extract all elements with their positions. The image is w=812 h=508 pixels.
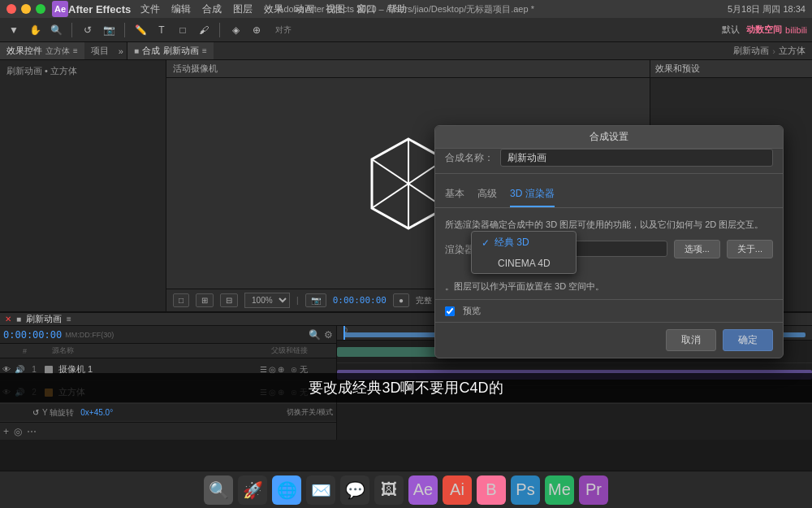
close-comp-icon[interactable]: ✕ xyxy=(5,315,11,323)
dock-finder[interactable]: 🔍 xyxy=(204,475,233,505)
col-hash: # xyxy=(0,347,49,355)
svg-line-3 xyxy=(372,159,408,184)
project-tab-label: 项目 xyxy=(91,45,109,57)
comp-tab-name: 刷新动画 xyxy=(163,45,199,57)
dock-ae[interactable]: Ae xyxy=(408,475,438,505)
hand-tool[interactable]: ✋ xyxy=(26,21,44,39)
dialog-tab-basic[interactable]: 基本 xyxy=(445,187,464,207)
select-tool[interactable]: ▼ xyxy=(5,21,23,39)
preview-label: 预览 xyxy=(463,305,481,317)
safe-zones-btn[interactable]: ⊞ xyxy=(196,293,214,307)
dock-ps[interactable]: Ps xyxy=(511,475,540,505)
col-name: 源名称 xyxy=(49,345,271,356)
subtitle-bar: 要改成经典3D啊不要用C4D的 xyxy=(0,373,812,402)
dock-messages[interactable]: 💬 xyxy=(340,475,369,505)
tl-playhead[interactable] xyxy=(343,326,345,340)
menu-edit[interactable]: 编辑 xyxy=(171,2,191,16)
timeline-menu-icon: ≡ xyxy=(67,315,71,323)
dialog-tab-3d[interactable]: 3D 渲染器 xyxy=(510,187,555,207)
ok-btn[interactable]: 确定 xyxy=(723,329,773,351)
zoom-select[interactable]: 100%50%200% xyxy=(244,293,290,308)
menu-layer[interactable]: 图层 xyxy=(233,2,253,16)
minimize-btn[interactable] xyxy=(21,4,31,14)
window-title: Adobe After Effects 2020 – /Users/jiao/D… xyxy=(278,3,534,15)
menu-comp[interactable]: 合成 xyxy=(202,2,222,16)
brush-tool[interactable]: 🖌 xyxy=(195,21,213,39)
roto-tool[interactable]: ◈ xyxy=(227,21,244,39)
left-panel: 刷新动画 • 立方体 xyxy=(0,60,166,311)
cancel-btn[interactable]: 取消 xyxy=(666,329,716,351)
sep3 xyxy=(219,23,220,37)
close-btn[interactable] xyxy=(6,4,16,14)
breadcrumb-layer: 立方体 xyxy=(779,45,806,57)
dialog-tabs: 基本 高级 3D 渲染器 xyxy=(435,180,783,208)
tl-settings-btn[interactable]: ⚙ xyxy=(324,329,333,341)
color-btn[interactable]: ● xyxy=(393,293,409,307)
camera-btn[interactable]: 📷 xyxy=(305,293,326,307)
rotation-label: Y 轴旋转 xyxy=(42,407,74,419)
comp-name-row: 合成名称： xyxy=(435,149,783,174)
effects-tab-target: 立方体 xyxy=(45,46,70,57)
dock-mail[interactable]: ✉️ xyxy=(306,475,335,505)
tl-controls: 0:00:00:00 MM:DD:FF(30) 🔍 ⚙ xyxy=(0,326,336,344)
tl-add-btn[interactable]: + xyxy=(3,426,9,437)
menu-file[interactable]: 文件 xyxy=(140,2,160,16)
pen-tool[interactable]: ✏️ xyxy=(132,21,149,39)
dock-photos[interactable]: 🖼 xyxy=(374,475,404,505)
toolbar: ▼ ✋ 🔍 ↺ 📷 ✏️ T □ 🖌 ◈ ⊕ 对齐 默认 动数空间 bilibi… xyxy=(0,18,812,42)
layer-color-1 xyxy=(45,366,53,374)
dock-pr[interactable]: Pr xyxy=(579,475,608,505)
preview-checkbox[interactable] xyxy=(445,306,455,316)
grid-btn[interactable]: ⊟ xyxy=(220,293,238,307)
breadcrumb-sep: › xyxy=(772,46,775,56)
camera-tool[interactable]: 📷 xyxy=(100,21,118,39)
puppet-tool[interactable]: ⊕ xyxy=(248,21,266,39)
tl-time-hint: MM:DD:FF(30) xyxy=(65,331,114,339)
zoom-tool[interactable]: 🔍 xyxy=(47,21,65,39)
bilibili-label: bilibili xyxy=(785,25,807,35)
rotation-value[interactable]: 0x+45.0° xyxy=(80,408,113,417)
right-panel-header: 效果和预设 xyxy=(650,60,812,78)
dock-me[interactable]: Me xyxy=(545,475,574,505)
layer-rotation-row: ↺ Y 轴旋转 0x+45.0° 切换开关/模式 xyxy=(0,404,336,422)
tl-timecode[interactable]: 0:00:00:00 xyxy=(3,329,62,341)
effects-tab[interactable]: 效果控件 立方体 ≡ xyxy=(0,42,84,59)
dock-ai[interactable]: Ai xyxy=(443,475,472,505)
tl-motion-btn[interactable]: ◎ xyxy=(14,426,22,437)
dropdown-item-classic[interactable]: ✓ 经典 3D xyxy=(472,232,576,254)
sep2 xyxy=(124,23,125,37)
region-btn[interactable]: □ xyxy=(173,293,189,307)
tl-search-btn[interactable]: 🔍 xyxy=(309,329,321,341)
breadcrumb-comp: 刷新动画 xyxy=(733,45,769,57)
options-btn[interactable]: 选项... xyxy=(674,240,720,258)
text-tool[interactable]: T xyxy=(153,21,171,39)
tl-col-headers: # 源名称 父级和链接 xyxy=(0,344,336,358)
dock-launchpad[interactable]: 🚀 xyxy=(238,475,267,505)
comp-tab[interactable]: ■ 合成 刷新动画 ≡ xyxy=(127,42,214,59)
dropdown-item-cinema4d[interactable]: CINEMA 4D xyxy=(472,254,576,273)
comp-name-input[interactable] xyxy=(500,149,773,167)
about-btn[interactable]: 关于... xyxy=(727,240,773,258)
app-name: After Effects xyxy=(68,3,131,15)
dock-bilibili[interactable]: B xyxy=(477,475,506,505)
subtitle-text: 要改成经典3D啊不要用C4D的 xyxy=(309,380,503,396)
comp-tab-label: 合成 xyxy=(142,45,160,57)
shape-tool[interactable]: □ xyxy=(174,21,192,39)
switch-btn[interactable]: 切换开关/模式 xyxy=(287,407,333,418)
panels-expand-btn[interactable]: » xyxy=(115,46,127,56)
project-tab[interactable]: 项目 xyxy=(84,42,115,59)
dialog-footer: 取消 确定 xyxy=(435,322,783,358)
left-panel-tabs: 效果控件 立方体 ≡ 项目 » xyxy=(0,42,127,59)
dialog-title: 合成设置 xyxy=(435,126,783,149)
bottom-dock: 🔍 🚀 🌐 ✉️ 💬 🖼 Ae Ai B Ps Me Pr xyxy=(0,471,812,508)
comp-tab-icon: ■ xyxy=(134,46,139,55)
title-bar: Ae After Effects 文件 编辑 合成 图层 效果 动画 视图 窗口… xyxy=(0,0,812,18)
dialog-tab-advanced[interactable]: 高级 xyxy=(477,187,497,207)
tl-graph-btn[interactable]: ⋯ xyxy=(27,426,37,437)
dock-safari[interactable]: 🌐 xyxy=(272,475,301,505)
traffic-lights[interactable] xyxy=(6,4,45,14)
sep1 xyxy=(71,23,72,37)
rotate-tool[interactable]: ↺ xyxy=(79,21,97,39)
ae-logo: Ae xyxy=(52,1,68,17)
maximize-btn[interactable] xyxy=(36,4,45,14)
